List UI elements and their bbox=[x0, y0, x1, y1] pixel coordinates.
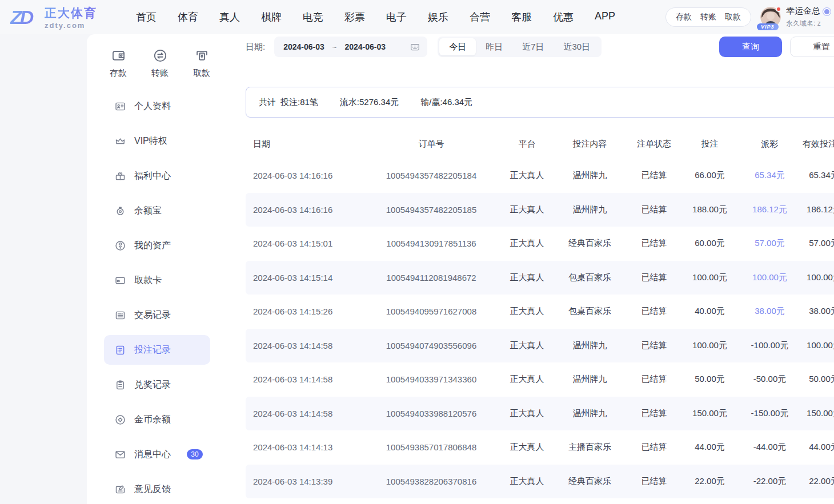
column-header-valid: 有效投注额 bbox=[803, 139, 834, 150]
main-area: 日期: 2024-06-03 ~ 2024-06-03 今日 昨日 近7日 近3… bbox=[235, 34, 834, 504]
feedback-icon bbox=[114, 483, 126, 495]
sidebar-item-label: 我的资产 bbox=[134, 240, 171, 252]
quick-action-withdraw[interactable]: 取款 bbox=[183, 48, 220, 79]
mail-icon bbox=[114, 449, 126, 461]
money-pouch-icon bbox=[114, 205, 126, 217]
calendar-icon[interactable] bbox=[410, 42, 420, 53]
nav-item-affiliate[interactable]: 合营 bbox=[470, 10, 490, 24]
cell-bet-content: 经典百家乐 bbox=[554, 238, 626, 249]
avatar[interactable]: VIP3 bbox=[760, 7, 781, 27]
sidebar-item-messages[interactable]: 消息中心 30 bbox=[104, 440, 210, 469]
cell-order: 1005494357482205184 bbox=[363, 171, 500, 180]
sidebar-item-transactions[interactable]: 交易记录 bbox=[104, 300, 210, 330]
cell-payout: 38.00元 bbox=[737, 306, 803, 317]
cell-date: 2024-06-03 14:16:16 bbox=[253, 205, 363, 215]
nav-item-lottery[interactable]: 彩票 bbox=[344, 10, 365, 24]
tab-yesterday[interactable]: 昨日 bbox=[476, 38, 512, 55]
cell-bet-amount: 44.00元 bbox=[683, 442, 737, 453]
sidebar-item-feedback[interactable]: 意见反馈 bbox=[104, 474, 210, 504]
cell-status: 已结算 bbox=[626, 476, 683, 487]
vip-badge: VIP3 bbox=[757, 23, 779, 30]
column-header-status: 注单状态 bbox=[626, 139, 683, 150]
content-panel: 存款 转账 取款 bbox=[87, 34, 834, 504]
cell-order: 1005494095971627008 bbox=[363, 307, 500, 316]
deposit-wallet-icon bbox=[111, 48, 126, 63]
deposit-link[interactable]: 存款 bbox=[676, 12, 692, 22]
cell-order: 1005494033988120576 bbox=[363, 409, 500, 418]
table-row: 2024-06-03 14:14:13 1005493857017806848 … bbox=[246, 430, 834, 465]
tab-today[interactable]: 今日 bbox=[439, 38, 476, 55]
nav-item-support[interactable]: 客服 bbox=[511, 10, 532, 24]
cell-bet-content: 温州牌九 bbox=[554, 340, 626, 351]
cell-platform: 正大真人 bbox=[500, 408, 554, 419]
cell-bet-amount: 188.00元 bbox=[683, 204, 737, 215]
cell-payout: -44.00元 bbox=[737, 442, 803, 453]
nav-item-app[interactable]: APP bbox=[595, 10, 615, 24]
cell-bet-amount: 66.00元 bbox=[683, 170, 737, 181]
nav-item-entertainment[interactable]: 娱乐 bbox=[428, 10, 448, 24]
nav-item-esports[interactable]: 电竞 bbox=[303, 10, 323, 24]
nav-item-live[interactable]: 真人 bbox=[219, 10, 240, 24]
cell-bet-content: 温州牌九 bbox=[554, 170, 626, 181]
nav-item-slots[interactable]: 电子 bbox=[386, 10, 407, 24]
cell-valid-amount: 150.00元 bbox=[803, 408, 834, 419]
sidebar-item-withdraw-card[interactable]: 取款卡 bbox=[104, 265, 210, 295]
wallet-actions-pill: 存款 转账 取款 bbox=[665, 7, 751, 27]
cell-order: 1005494033971343360 bbox=[363, 374, 500, 384]
cell-date: 2024-06-03 14:16:16 bbox=[253, 171, 363, 180]
table-row: 2024-06-03 14:15:01 1005494130917851136 … bbox=[246, 227, 834, 261]
sidebar-item-label: 金币余额 bbox=[134, 414, 171, 426]
cell-platform: 正大真人 bbox=[500, 204, 554, 215]
date-end-value: 2024-06-03 bbox=[344, 42, 386, 51]
sidebar-item-coin-balance[interactable]: 金币余额 bbox=[104, 405, 210, 434]
quick-action-transfer[interactable]: 转账 bbox=[141, 48, 179, 79]
cell-bet-content: 温州牌九 bbox=[554, 408, 626, 419]
cell-bet-amount: 100.00元 bbox=[683, 340, 737, 351]
bet-record-icon bbox=[114, 344, 126, 356]
tab-last-7-days[interactable]: 近7日 bbox=[512, 38, 554, 55]
cell-platform: 正大真人 bbox=[500, 306, 554, 317]
sidebar-item-label: 消息中心 bbox=[134, 449, 171, 461]
quick-action-deposit[interactable]: 存款 bbox=[99, 48, 137, 79]
cell-payout: 186.12元 bbox=[737, 204, 803, 215]
cell-bet-content: 主播百家乐 bbox=[554, 442, 626, 453]
cell-valid-amount: 38.00元 bbox=[803, 306, 834, 317]
unread-count-badge: 30 bbox=[187, 449, 203, 459]
cell-date: 2024-06-03 14:14:58 bbox=[253, 374, 363, 384]
nav-item-chess[interactable]: 棋牌 bbox=[261, 10, 282, 24]
sidebar-item-profile[interactable]: 个人资料 bbox=[104, 91, 210, 121]
sidebar-item-label: 余额宝 bbox=[134, 205, 162, 217]
cell-status: 已结算 bbox=[626, 272, 683, 283]
nav-item-home[interactable]: 首页 bbox=[136, 10, 157, 24]
sidebar-item-bet-records[interactable]: 投注记录 bbox=[104, 335, 210, 365]
summary-win-loss: 输/赢:46.34元 bbox=[420, 97, 472, 108]
column-header-payout: 派彩 bbox=[737, 139, 803, 150]
cell-status: 已结算 bbox=[626, 340, 683, 351]
date-range-separator: ~ bbox=[332, 43, 337, 51]
sidebar-item-assets[interactable]: 我的资产 bbox=[104, 231, 210, 260]
cell-valid-amount: 100.00元 bbox=[803, 340, 834, 351]
brand-logo[interactable]: ZD 正大体育 zdty.com bbox=[10, 5, 112, 30]
nav-item-promo[interactable]: 优惠 bbox=[553, 10, 574, 24]
sidebar-item-vip[interactable]: VIP特权 bbox=[104, 126, 210, 156]
cell-payout: 57.00元 bbox=[737, 238, 803, 249]
transfer-link[interactable]: 转账 bbox=[700, 12, 716, 22]
sidebar-item-label: 福利中心 bbox=[134, 170, 171, 182]
tab-last-30-days[interactable]: 近30日 bbox=[554, 38, 600, 55]
withdraw-link[interactable]: 取款 bbox=[725, 12, 741, 22]
table-row: 2024-06-03 14:14:58 1005494033988120576 … bbox=[246, 397, 834, 431]
cell-status: 已结算 bbox=[626, 408, 683, 419]
cell-date: 2024-06-03 14:14:58 bbox=[253, 409, 363, 418]
date-range-input[interactable]: 2024-06-03 ~ 2024-06-03 bbox=[274, 37, 427, 57]
reset-button[interactable]: 重置 bbox=[790, 37, 834, 57]
cell-platform: 正大真人 bbox=[500, 340, 554, 351]
cell-platform: 正大真人 bbox=[500, 272, 554, 283]
nav-item-sports[interactable]: 体育 bbox=[178, 10, 198, 24]
sidebar-item-redeem-records[interactable]: 兑奖记录 bbox=[104, 370, 210, 400]
sidebar-item-yuebao[interactable]: 余额宝 bbox=[104, 196, 210, 225]
sidebar-item-welfare[interactable]: 福利中心 bbox=[104, 161, 210, 191]
search-button[interactable]: 查询 bbox=[719, 37, 782, 57]
brand-name: 正大体育 bbox=[45, 5, 97, 21]
cell-valid-amount: 22.00元 bbox=[803, 476, 834, 487]
cell-valid-amount: 65.34元 bbox=[803, 170, 834, 181]
